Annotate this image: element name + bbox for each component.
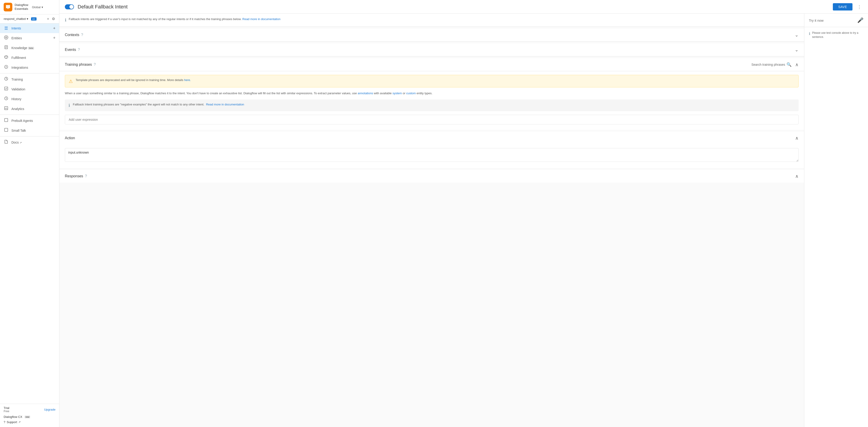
toggle-switch[interactable] — [65, 4, 74, 9]
info-banner: ℹ Fallback intents are triggered if a us… — [59, 14, 804, 27]
training-phrases-chevron-icon[interactable]: ∧ — [795, 62, 799, 67]
docs-icon — [4, 140, 9, 145]
small-talk-label: Small Talk — [11, 129, 56, 132]
responses-chevron-icon: ∧ — [795, 173, 799, 179]
prebuilt-icon — [4, 118, 9, 123]
sidebar-item-fulfillment[interactable]: Fulfillment — [0, 53, 59, 63]
integrations-label: Integrations — [11, 66, 56, 69]
settings-button[interactable]: ⚙ — [51, 16, 56, 22]
desc-or: or — [403, 92, 405, 95]
agent-name-text: respond_chatbot — [4, 17, 26, 21]
intent-panel: ℹ Fallback intents are triggered if a us… — [59, 14, 804, 427]
sidebar-item-docs[interactable]: Docs ↗ — [0, 137, 59, 147]
global-selector[interactable]: Global ▾ — [31, 5, 44, 10]
support-row[interactable]: ? Support ↗ — [4, 420, 56, 425]
sidebar-footer: Trial Free Upgrade Dialogflow CX new ? S… — [0, 404, 59, 427]
try-now-label: Try it now — [809, 19, 824, 22]
new-badge: new — [25, 416, 30, 418]
sidebar-header: Dialogflow Essentials Global ▾ — [0, 0, 59, 14]
events-chevron-icon: ⌄ — [795, 47, 799, 53]
sidebar-item-entities[interactable]: Entities + — [0, 33, 59, 43]
sidebar-item-analytics[interactable]: Analytics — [0, 104, 59, 114]
training-desc-text: When a user says something similar to a … — [65, 92, 357, 95]
events-header[interactable]: Events ? ⌄ — [59, 43, 804, 56]
intents-add-icon[interactable]: + — [53, 26, 56, 31]
try-now-panel: Try it now 🎤 ℹ Please use test console a… — [804, 14, 868, 427]
add-expression-input[interactable] — [65, 115, 799, 124]
top-bar: Default Fallback Intent SAVE ⋮ — [59, 0, 868, 14]
svg-point-10 — [6, 66, 7, 67]
contexts-title-row: Contexts ? — [65, 33, 83, 37]
responses-header[interactable]: Responses ? ∧ — [59, 170, 804, 183]
save-button[interactable]: SAVE — [833, 3, 852, 10]
fallback-link[interactable]: Read more in documentation — [206, 103, 244, 106]
global-label: Global — [32, 5, 41, 9]
svg-rect-12 — [5, 87, 8, 90]
beta-badge: beta — [28, 47, 34, 50]
fallback-notice-box: ℹ Fallback Intent training phrases are "… — [65, 99, 799, 111]
contexts-help-icon[interactable]: ? — [81, 33, 83, 37]
intents-label: Intents — [11, 27, 50, 30]
sidebar-item-intents[interactable]: ☰ Intents + — [0, 24, 59, 33]
microphone-icon[interactable]: 🎤 — [857, 18, 863, 23]
search-training-phrases[interactable]: Search training phrases 🔍 — [751, 62, 792, 67]
sidebar-item-training[interactable]: Training — [0, 74, 59, 84]
sidebar-item-history[interactable]: History — [0, 94, 59, 104]
prebuilt-label: Prebuilt Agents — [11, 119, 56, 123]
svg-point-2 — [4, 36, 8, 39]
responses-help-icon[interactable]: ? — [85, 174, 87, 178]
training-description: When a user says something similar to a … — [65, 91, 799, 96]
entities-add-icon[interactable]: + — [53, 36, 56, 40]
language-badge[interactable]: en — [31, 18, 36, 21]
info-text: Fallback intents are triggered if a user… — [69, 17, 280, 22]
sidebar-item-knowledge[interactable]: Knowledgebeta — [0, 43, 59, 53]
fallback-info-icon: ℹ — [68, 103, 70, 108]
custom-link[interactable]: custom — [406, 92, 416, 95]
action-value-input[interactable]: input.unknown — [65, 148, 799, 162]
info-banner-link[interactable]: Read more in documentation — [243, 18, 281, 21]
more-options-icon[interactable]: ⋮ — [856, 3, 863, 10]
agent-dropdown-icon[interactable]: ▾ — [27, 17, 28, 21]
main-content: Default Fallback Intent SAVE ⋮ ℹ Fallbac… — [59, 0, 868, 427]
sidebar-nav: ☰ Intents + Entities + Knowledgebeta Ful… — [0, 24, 59, 404]
upgrade-button[interactable]: Upgrade — [44, 408, 56, 411]
validation-label: Validation — [11, 88, 56, 91]
trial-label: Trial — [4, 406, 9, 409]
app-name-group: Dialogflow Essentials — [14, 3, 28, 11]
warning-text: Template phrases are deprecated and will… — [75, 78, 191, 82]
app-subtitle: Essentials — [14, 7, 28, 10]
fulfillment-label: Fulfillment — [11, 56, 56, 60]
training-phrases-help-icon[interactable]: ? — [94, 63, 96, 67]
fallback-text: Fallback Intent training phrases are "ne… — [73, 103, 204, 106]
system-link[interactable]: system — [393, 92, 402, 95]
events-title-row: Events ? — [65, 48, 80, 52]
warning-link[interactable]: here. — [184, 78, 191, 82]
contexts-chevron-icon: ⌄ — [795, 32, 799, 38]
annotations-link[interactable]: annotations — [358, 92, 373, 95]
fallback-notice-text: Fallback Intent training phrases are "ne… — [73, 103, 244, 106]
add-agent-button[interactable]: + — [46, 16, 50, 22]
external-link-icon: ↗ — [19, 421, 21, 424]
sidebar-item-integrations[interactable]: Integrations — [0, 63, 59, 72]
events-title: Events — [65, 48, 76, 52]
knowledge-icon — [4, 45, 9, 51]
knowledge-label: Knowledgebeta — [11, 46, 56, 50]
training-title-row: Training phrases ? — [65, 63, 96, 67]
action-title-row: Action — [65, 136, 75, 140]
training-icon — [4, 77, 9, 82]
entities-label: Entities — [11, 36, 50, 40]
fulfillment-icon — [4, 55, 9, 60]
action-header[interactable]: Action ∧ — [59, 132, 804, 144]
sidebar-item-prebuilt-agents[interactable]: Prebuilt Agents — [0, 116, 59, 126]
sidebar: Dialogflow Essentials Global ▾ respond_c… — [0, 0, 59, 427]
desc-middle: with available — [374, 92, 392, 95]
dialogflow-cx-row[interactable]: Dialogflow CX new — [4, 414, 56, 420]
sidebar-item-small-talk[interactable]: Small Talk — [0, 126, 59, 135]
training-phrases-header: Training phrases ? Search training phras… — [59, 58, 804, 71]
sidebar-item-validation[interactable]: Validation — [0, 84, 59, 94]
analytics-label: Analytics — [11, 107, 56, 111]
contexts-title: Contexts — [65, 33, 79, 37]
cx-label: Dialogflow CX — [4, 415, 22, 419]
contexts-header[interactable]: Contexts ? ⌄ — [59, 29, 804, 41]
events-help-icon[interactable]: ? — [78, 48, 80, 52]
